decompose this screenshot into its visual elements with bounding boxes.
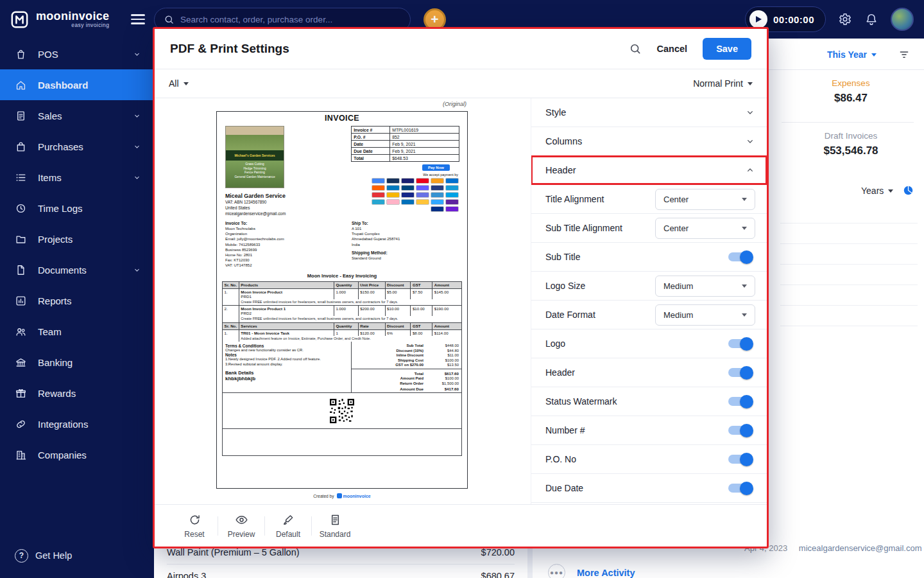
chevron-down-icon [745, 136, 755, 146]
date-format-select[interactable]: Medium [655, 304, 755, 326]
cancel-button[interactable]: Cancel [657, 44, 688, 54]
date-format-row[interactable]: Date FormatMedium [531, 301, 767, 329]
select-value: Center [663, 223, 689, 233]
sidebar-item-companies[interactable]: Companies [0, 439, 154, 470]
print-mode-dropdown[interactable]: Normal Print [693, 78, 753, 89]
header-row[interactable]: Header [531, 358, 767, 387]
company-detail-line: United States [225, 205, 351, 211]
sidebar-item-documents[interactable]: Documents [0, 254, 154, 285]
get-help-label: Get Help [35, 550, 72, 561]
sidebar-item-purchases[interactable]: Purchases [0, 131, 154, 162]
search-icon[interactable] [629, 42, 642, 55]
payment-chip-icon [401, 192, 415, 198]
settings-panel: StyleColumnsHeaderTitle AlignmentCenterS… [531, 98, 767, 504]
title-alignment-row[interactable]: Title AlignmentCenter [531, 185, 767, 214]
item-price: $720.00 [481, 547, 515, 557]
sidebar-item-rewards[interactable]: Rewards [0, 378, 154, 408]
status-watermark-toggle[interactable] [728, 397, 751, 406]
gridline [780, 243, 918, 244]
created-by: Created by mooninvoice [216, 493, 468, 498]
default-button[interactable]: Default [268, 513, 309, 539]
projects-icon [15, 233, 27, 245]
ellipsis-icon[interactable]: ●●● [548, 564, 565, 578]
all-dropdown-value: All [169, 78, 179, 89]
table-header-cell: Sr. No. [223, 281, 239, 288]
header-row[interactable]: Header [531, 156, 767, 185]
chevron-up-icon [745, 165, 755, 175]
sidebar-item-banking[interactable]: Banking [0, 347, 154, 378]
due-date-toggle[interactable] [728, 484, 751, 493]
print-mode-value: Normal Print [693, 78, 743, 89]
accept-payment-text: We accept payment by [351, 173, 458, 177]
style-row[interactable]: Style [531, 98, 767, 127]
hamburger-menu-icon[interactable] [131, 12, 145, 26]
logo-toggle[interactable] [728, 339, 751, 348]
total-row: Return Order$1,500.00 [352, 381, 461, 386]
pie-chart-icon[interactable] [902, 184, 914, 197]
play-icon[interactable] [749, 10, 767, 28]
invoice-meta-row: P.O. #852 [352, 134, 459, 141]
total-row: Amount Paid$100.00 [352, 376, 461, 381]
search-input[interactable] [180, 15, 401, 24]
get-help-button[interactable]: ? Get Help [0, 541, 154, 570]
sidebar-item-projects[interactable]: Projects [0, 223, 154, 254]
sidebar-item-sales[interactable]: Sales [0, 100, 154, 131]
sidebar-item-reports[interactable]: Reports [0, 285, 154, 316]
company-name: Miceal Garden Service [225, 193, 351, 199]
logo-size-row[interactable]: Logo SizeMedium [531, 272, 767, 301]
logo-size-select[interactable]: Medium [655, 276, 755, 297]
header-toggle[interactable] [728, 368, 751, 377]
company-details: VAT: ABN 1234567890United Statesmicealga… [225, 199, 351, 216]
list-item[interactable]: Airpods 3$680.67 [167, 564, 515, 578]
payment-chip-icon [372, 185, 385, 191]
sub-title-toggle[interactable] [728, 252, 751, 261]
sub-title-alignment-row[interactable]: Sub Title AlignmentCenter [531, 214, 767, 243]
reset-button[interactable]: Reset [174, 513, 215, 539]
status-watermark-row[interactable]: Status Watermark [531, 387, 767, 416]
reports-icon [15, 295, 27, 307]
p-o-no-row[interactable]: P.O. No [531, 445, 767, 474]
setting-label: Sub Title Alignment [545, 223, 622, 233]
sidebar-item-time-logs[interactable]: Time Logs [0, 193, 154, 223]
documents-icon [15, 264, 27, 276]
sidebar-item-integrations[interactable]: Integrations [0, 408, 154, 439]
number-row[interactable]: Number # [531, 416, 767, 445]
standard-button[interactable]: Standard [314, 513, 355, 539]
payment-chip-icon [386, 178, 400, 184]
settings-gear-icon[interactable] [838, 12, 852, 26]
sidebar-item-items[interactable]: Items [0, 162, 154, 193]
this-year-dropdown[interactable]: This Year [827, 49, 877, 60]
payment-chip-icon [401, 178, 415, 184]
sidebar-item-pos[interactable]: POS [0, 39, 154, 69]
user-avatar[interactable] [891, 8, 914, 31]
logo-row[interactable]: Logo [531, 329, 767, 358]
sub-title-alignment-select[interactable]: Center [655, 218, 755, 239]
invoice-to-line: Mobile: 7412589633 [225, 242, 349, 247]
more-activity-link[interactable]: More Activity [577, 568, 635, 578]
payment-method-icons [363, 178, 459, 212]
footer-button-label: Default [276, 530, 300, 539]
sidebar-item-label: Projects [38, 234, 73, 245]
invoice-meta-row: Invoice #MTPL001619 [352, 127, 459, 134]
save-button[interactable]: Save [703, 38, 751, 60]
preview-button[interactable]: Preview [221, 513, 262, 539]
draft-invoices-value: $53,546.78 [788, 144, 914, 157]
mooninvoice-logo-icon [9, 9, 30, 30]
sub-title-row[interactable]: Sub Title [531, 243, 767, 272]
due-date-row[interactable]: Due Date [531, 474, 767, 503]
topbar-actions: 00:00:00 [745, 6, 924, 32]
filter-icon[interactable] [898, 49, 910, 60]
all-dropdown[interactable]: All [169, 78, 189, 89]
sidebar-item-dashboard[interactable]: Dashboard [0, 69, 154, 100]
notifications-bell-icon[interactable] [864, 12, 878, 26]
years-dropdown[interactable]: Years [861, 186, 893, 196]
setting-label: Date Format [545, 310, 595, 320]
sidebar-item-team[interactable]: Team [0, 316, 154, 347]
sidebar-item-label: Dashboard [38, 80, 88, 91]
table-header-cell: GST [411, 281, 432, 288]
number-toggle[interactable] [728, 426, 751, 435]
sidebar-item-label: Companies [38, 450, 87, 460]
title-alignment-select[interactable]: Center [655, 189, 755, 210]
columns-row[interactable]: Columns [531, 127, 767, 156]
p-o-no-toggle[interactable] [728, 455, 751, 464]
